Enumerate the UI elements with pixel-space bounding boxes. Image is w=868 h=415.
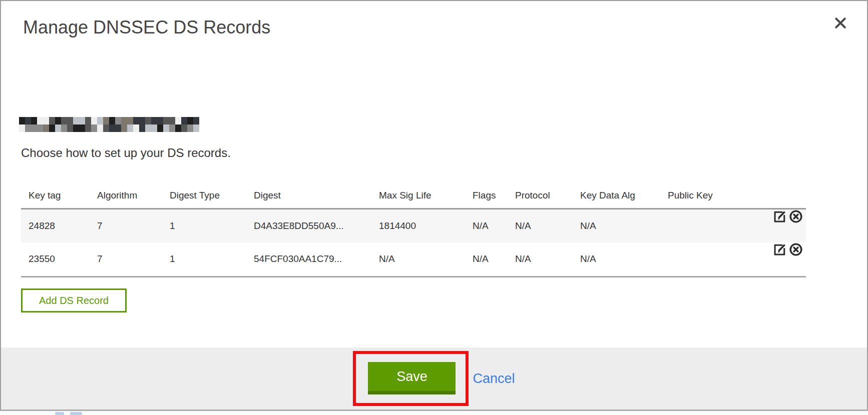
cell-key-data-alg: N/A xyxy=(573,208,660,242)
cell-algorithm: 7 xyxy=(90,208,162,242)
cell-digest-type: 1 xyxy=(162,242,246,276)
redacted-domain-name xyxy=(19,117,199,132)
dialog-title: Manage DNSSEC DS Records xyxy=(23,17,270,38)
save-highlight-annotation: Save xyxy=(353,351,469,406)
close-button[interactable] xyxy=(832,15,849,32)
table-header-row: Key tag Algorithm Digest Type Digest Max… xyxy=(21,181,806,208)
cell-digest: 54FCF030AA1C79... xyxy=(246,242,371,276)
cell-algorithm: 7 xyxy=(90,242,162,276)
edit-icon xyxy=(773,218,787,225)
edit-record-button[interactable] xyxy=(772,210,787,224)
dialog-footer: Save Cancel xyxy=(1,348,867,410)
row-actions xyxy=(758,210,806,224)
add-ds-record-button[interactable]: Add DS Record xyxy=(21,288,127,312)
col-header-algorithm: Algorithm xyxy=(90,181,162,208)
col-header-actions xyxy=(758,181,806,208)
cell-protocol: N/A xyxy=(508,242,573,276)
col-header-flags: Flags xyxy=(465,181,508,208)
cell-key-tag: 23550 xyxy=(21,242,90,276)
cell-max-sig-life: N/A xyxy=(371,242,465,276)
cell-key-data-alg: N/A xyxy=(573,242,660,276)
cell-digest-type: 1 xyxy=(162,208,246,242)
cell-protocol: N/A xyxy=(508,208,573,242)
background-page-strip xyxy=(0,412,868,415)
col-header-public-key: Public Key xyxy=(660,181,758,208)
delete-icon xyxy=(789,250,803,258)
close-icon xyxy=(833,24,848,32)
ds-records-table: Key tag Algorithm Digest Type Digest Max… xyxy=(21,181,806,278)
background-page-fragment xyxy=(70,412,82,415)
col-header-digest: Digest xyxy=(246,181,371,208)
col-header-digest-type: Digest Type xyxy=(162,181,246,208)
cell-digest: D4A33E8DD550A9... xyxy=(246,208,371,242)
table-row: 23550 7 1 54FCF030AA1C79... N/A N/A N/A … xyxy=(21,242,806,276)
delete-record-button[interactable] xyxy=(788,210,803,224)
save-button[interactable]: Save xyxy=(368,362,456,394)
row-actions xyxy=(758,242,806,257)
cell-flags: N/A xyxy=(465,242,508,276)
background-page-fragment xyxy=(55,412,64,415)
cell-flags: N/A xyxy=(465,208,508,242)
delete-record-button[interactable] xyxy=(788,242,803,257)
col-header-key-data-alg: Key Data Alg xyxy=(573,181,660,208)
intro-text: Choose how to set up your DS records. xyxy=(21,146,231,160)
cancel-link[interactable]: Cancel xyxy=(473,371,515,386)
table-row: 24828 7 1 D4A33E8DD550A9... 1814400 N/A … xyxy=(21,208,806,242)
edit-icon xyxy=(773,250,787,258)
manage-dnssec-dialog: Manage DNSSEC DS Records Choose how to s… xyxy=(0,0,868,411)
col-header-protocol: Protocol xyxy=(508,181,573,208)
cell-public-key xyxy=(660,242,758,276)
cell-max-sig-life: 1814400 xyxy=(371,208,465,242)
edit-record-button[interactable] xyxy=(772,242,787,257)
col-header-max-sig-life: Max Sig Life xyxy=(371,181,465,208)
cell-public-key xyxy=(660,208,758,242)
col-header-key-tag: Key tag xyxy=(21,181,90,208)
delete-icon xyxy=(789,218,803,225)
cell-key-tag: 24828 xyxy=(21,208,90,242)
